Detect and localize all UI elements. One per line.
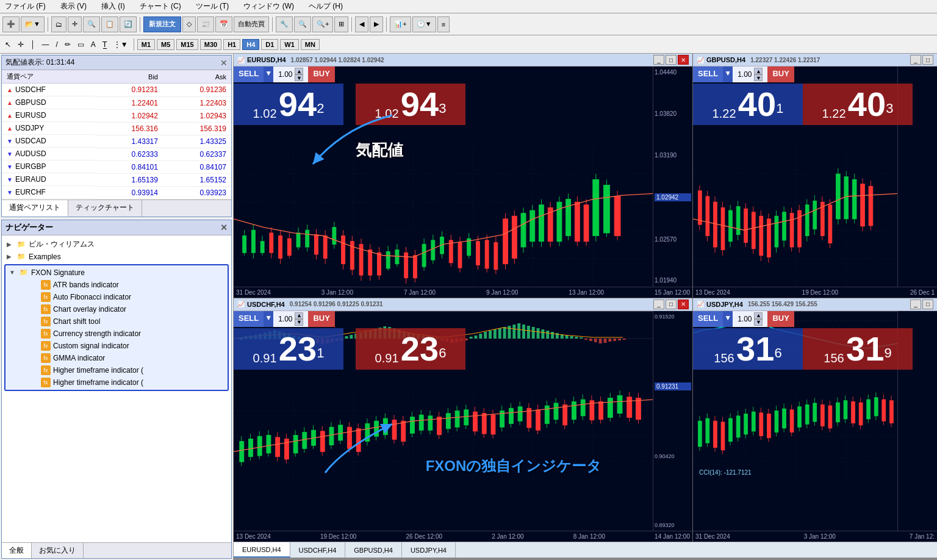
menu-tools[interactable]: ツール (T) — [193, 1, 232, 12]
quote-row[interactable]: ▼ EURCHF 0.93914 0.93923 — [2, 186, 231, 199]
news-button[interactable]: 📰 — [197, 16, 214, 32]
refresh-button[interactable]: 🔄 — [120, 16, 137, 32]
quote-row[interactable]: ▼ EURAUD 1.65139 1.65152 — [2, 173, 231, 186]
buy-button-eurusd[interactable]: BUY — [308, 66, 334, 82]
tf-d1[interactable]: D1 — [261, 39, 278, 50]
zoom-in-button[interactable]: 🔍 — [83, 16, 100, 32]
nav-tab-favorites[interactable]: お気に入り — [32, 543, 84, 558]
chart-usdjpy-canvas[interactable]: SELL ▼ 1.00 ▲ ▼ BUY — [693, 311, 897, 531]
menu-chart[interactable]: チャート (C) — [137, 1, 184, 12]
tab-tick-chart[interactable]: ティックチャート — [68, 200, 142, 217]
tf-m5[interactable]: M5 — [157, 39, 174, 50]
qty-dn-eurusd[interactable]: ▼ — [295, 74, 303, 81]
buy-button-gbpusd[interactable]: BUY — [767, 66, 794, 82]
zoom-in2-button[interactable]: 🔍+ — [312, 16, 333, 32]
crosshair-button[interactable]: ✛ — [68, 16, 82, 32]
text-tool[interactable]: A — [88, 39, 98, 50]
tf-w1[interactable]: W1 — [280, 39, 299, 50]
chart-eurusd-canvas[interactable]: SELL ▼ 1.00 ▲ ▼ BUY — [234, 66, 653, 287]
chart-usdjpy-maximize[interactable]: □ — [922, 300, 933, 309]
qty-up-usdchf[interactable]: ▲ — [295, 312, 303, 319]
nav-item-examples[interactable]: ▶ 📁 Examples — [4, 251, 229, 263]
sell-arrow-jpy[interactable]: ▼ — [723, 311, 733, 327]
chart-usdchf-minimize[interactable]: _ — [653, 300, 664, 309]
qty-up-gbpusd[interactable]: ▲ — [754, 68, 763, 74]
sell-button-eurusd[interactable]: SELL — [234, 66, 264, 82]
pen-tool[interactable]: ✏ — [62, 39, 73, 50]
menu-window[interactable]: ウィンドウ (W) — [241, 1, 296, 12]
new-chart-button[interactable]: ➕ — [2, 16, 20, 32]
hline-tool[interactable]: — — [40, 39, 52, 50]
chart-usdjpy-minimize[interactable]: _ — [910, 300, 921, 309]
sell-button-usdchf[interactable]: SELL — [234, 311, 264, 327]
chart-usdchf-canvas[interactable]: SELL ▼ 1.00 ▲ ▼ BUY — [234, 311, 653, 531]
tf-h1[interactable]: H1 — [223, 39, 240, 50]
tf-m15[interactable]: M15 — [176, 39, 198, 50]
sell-arrow[interactable]: ▼ — [264, 66, 273, 82]
nav-item-gmma[interactable]: fx GMMA indicator — [29, 352, 226, 364]
nav-item-hightf1[interactable]: fx Higher timeframe indicator ( — [29, 364, 226, 376]
qty-up-eurusd[interactable]: ▲ — [295, 68, 303, 74]
quote-row[interactable]: ▲ USDCHF 0.91231 0.91236 — [2, 84, 231, 97]
tf-m30[interactable]: M30 — [200, 39, 221, 50]
menu-file[interactable]: ファイル (F) — [2, 1, 48, 12]
nav-item-atr[interactable]: fx ATR bands indicator — [29, 279, 226, 291]
sell-button-usdjpy[interactable]: SELL — [693, 311, 723, 327]
pending-button[interactable]: ◇ — [182, 16, 196, 32]
chart-usdchf-close[interactable]: ✕ — [678, 300, 689, 309]
qty-dn-usdjpy[interactable]: ▼ — [754, 319, 763, 326]
back-button[interactable]: ◀ — [355, 16, 368, 32]
add-chart-button[interactable]: 📊+ — [390, 16, 411, 32]
qty-up-usdjpy[interactable]: ▲ — [754, 312, 763, 319]
nav-item-chartoverlay[interactable]: fx Chart overlay indicator — [29, 303, 226, 315]
quote-row[interactable]: ▲ USDJPY 156.316 156.319 — [2, 122, 231, 135]
chart-tab-usdjpy[interactable]: USDJPY,H4 — [402, 542, 456, 558]
clock-button[interactable]: 🕐▼ — [412, 16, 436, 32]
tf-m1[interactable]: M1 — [137, 39, 155, 50]
more-tool[interactable]: ⋮▼ — [111, 39, 131, 50]
rect-tool[interactable]: ▭ — [75, 39, 87, 50]
template-button[interactable]: 📋 — [101, 16, 118, 32]
label-tool[interactable]: T̲ — [100, 39, 109, 50]
nav-item-autofib[interactable]: fx Auto Fibonacci indicator — [29, 291, 226, 303]
auto-trade-button[interactable]: 自動売買 — [234, 16, 269, 32]
nav-item-fxon[interactable]: ▼ 📁 FXON Signature — [7, 267, 226, 279]
sell-arrow-gbp[interactable]: ▼ — [723, 66, 733, 82]
nav-item-currencystrength[interactable]: fx Currency strength indicator — [29, 328, 226, 340]
nav-close-button[interactable]: ✕ — [220, 223, 228, 232]
cursor-tool[interactable]: ↖ — [2, 39, 13, 50]
quote-row[interactable]: ▼ USDCAD 1.43317 1.43325 — [2, 135, 231, 148]
chart-gbpusd-maximize[interactable]: □ — [922, 55, 933, 65]
chart-tab-eurusd[interactable]: EURUSD,H4 — [234, 542, 290, 558]
chart-eurusd-maximize[interactable]: □ — [666, 55, 677, 65]
grid-button[interactable]: ⊞ — [334, 16, 348, 32]
nav-item-chartshift[interactable]: fx Chart shift tool — [29, 315, 226, 328]
tf-mn[interactable]: MN — [301, 39, 320, 50]
nav-tab-all[interactable]: 全般 — [2, 543, 32, 558]
chart-usdchf-maximize[interactable]: □ — [666, 300, 677, 309]
buy-button-usdchf[interactable]: BUY — [308, 311, 334, 327]
sell-button-gbpusd[interactable]: SELL — [693, 66, 723, 82]
open-button[interactable]: 📂▼ — [21, 16, 45, 32]
chart-eurusd-minimize[interactable]: _ — [653, 55, 664, 65]
chart-tab-usdchf[interactable]: USDCHF,H4 — [290, 542, 346, 558]
chart-eurusd-close[interactable]: ✕ — [678, 55, 689, 65]
tab-pair-list[interactable]: 通貨ペアリスト — [2, 200, 68, 217]
chart-gbpusd-canvas[interactable]: SELL ▼ 1.00 ▲ ▼ BUY — [693, 66, 897, 287]
settings-button[interactable]: ≡ — [437, 16, 450, 32]
menu-insert[interactable]: 挿入 (I) — [99, 1, 127, 12]
sell-arrow-chf[interactable]: ▼ — [264, 311, 273, 327]
menu-view[interactable]: 表示 (V) — [58, 1, 89, 12]
calendar-button[interactable]: 📅 — [215, 16, 232, 32]
nav-item-bill[interactable]: ▶ 📁 ビル・ウィリアムス — [4, 238, 229, 251]
qty-dn-usdchf[interactable]: ▼ — [295, 319, 303, 326]
indicators-button[interactable]: 🔧 — [276, 16, 293, 32]
profiles-button[interactable]: 🗂 — [51, 16, 66, 32]
new-order-button[interactable]: 新規注文 — [143, 16, 181, 32]
quote-row[interactable]: ▼ EURGBP 0.84101 0.84107 — [2, 160, 231, 173]
nav-item-customsignal[interactable]: fx Custom signal indicator — [29, 340, 226, 352]
chart-gbpusd-minimize[interactable]: _ — [910, 55, 921, 65]
zoom-out-button[interactable]: 🔍 — [294, 16, 311, 32]
crosshair-tool[interactable]: ✛ — [15, 39, 26, 50]
quote-row[interactable]: ▼ AUDUSD 0.62333 0.62337 — [2, 148, 231, 160]
